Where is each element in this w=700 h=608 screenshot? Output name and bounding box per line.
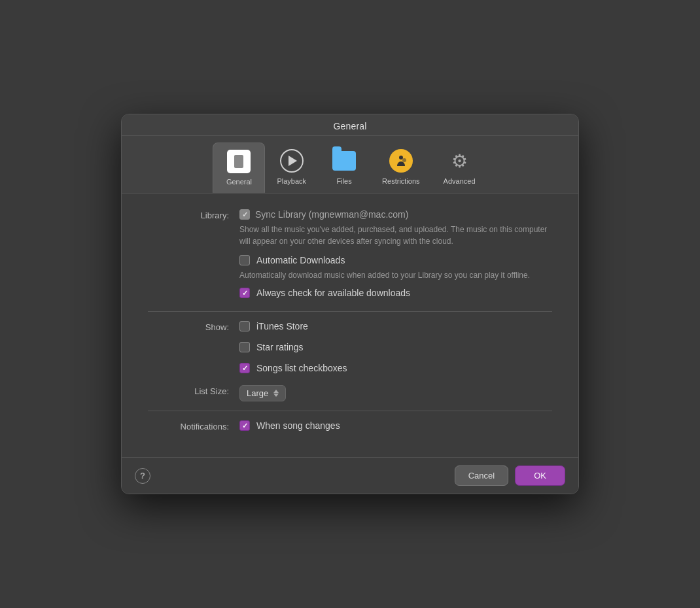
general-dialog: General General Playback Files [121,114,579,494]
always-check-controls: Always check for available downloads [239,288,552,302]
files-icon [332,151,356,171]
list-size-control: Large [239,385,552,401]
advanced-icon-wrapper: ⚙ [446,148,472,174]
auto-downloads-checkbox-row: Automatic Downloads [239,255,552,265]
show-controls: iTunes Store [239,321,552,335]
sync-library-row: Sync Library (mgnewman@mac.com) [239,209,552,220]
tab-restrictions[interactable]: Restrictions [370,143,431,193]
general-icon-wrapper [226,148,252,175]
tab-restrictions-label: Restrictions [382,177,419,185]
svg-point-1 [402,158,406,162]
separator-1 [148,311,552,312]
toolbar: General Playback Files [122,136,578,194]
itunes-store-checkbox[interactable] [239,321,250,331]
advanced-icon: ⚙ [447,149,471,173]
dialog-title: General [122,121,578,131]
general-icon [227,150,251,173]
itunes-store-row: iTunes Store [239,321,552,331]
star-ratings-label[interactable]: Star ratings [256,342,304,352]
when-song-changes-label[interactable]: When song changes [256,420,340,431]
list-size-label: List Size: [148,385,239,396]
footer-buttons: Cancel OK [455,465,565,486]
auto-downloads-row: Automatic Downloads Automatically downlo… [148,255,552,281]
tab-general[interactable]: General [213,143,265,193]
cancel-button[interactable]: Cancel [455,465,508,486]
stepper-arrows [273,390,279,397]
sync-library-label: Sync Library (mgnewman@mac.com) [255,209,408,220]
tab-playback-label: Playback [277,177,306,185]
list-size-select[interactable]: Large [239,385,286,401]
auto-downloads-description: Automatically download music when added … [239,269,552,281]
list-size-row: List Size: Large [148,385,552,401]
auto-downloads-spacer [148,255,239,256]
tab-general-label: General [226,178,252,186]
tab-files[interactable]: Files [318,143,370,193]
footer: ? Cancel OK [122,457,578,494]
always-check-checkbox-row: Always check for available downloads [239,288,552,298]
restrictions-icon [389,149,413,173]
always-check-checkbox[interactable] [239,288,250,298]
notifications-control: When song changes [239,420,552,435]
when-song-changes-checkbox[interactable] [239,420,250,431]
library-description: Show all the music you've added, purchas… [239,224,552,247]
arrow-down-icon[interactable] [273,394,279,397]
arrow-up-icon[interactable] [273,390,279,393]
show-star-ratings-row: Star ratings [148,342,552,356]
songs-list-checkbox[interactable] [239,363,250,373]
auto-downloads-checkbox[interactable] [239,255,250,265]
restrictions-icon-wrapper [388,148,414,174]
files-icon-wrapper [331,148,357,174]
sync-library-checkbox[interactable] [239,209,250,220]
always-check-label[interactable]: Always check for available downloads [256,288,410,298]
always-check-row: Always check for available downloads [148,288,552,302]
songs-list-row: Songs list checkboxes [239,363,552,373]
help-button[interactable]: ? [135,468,150,484]
itunes-store-label[interactable]: iTunes Store [256,321,308,331]
content-area: Library: Sync Library (mgnewman@mac.com)… [122,194,578,457]
when-song-changes-row: When song changes [239,420,552,431]
auto-downloads-controls: Automatic Downloads Automatically downlo… [239,255,552,281]
tab-advanced[interactable]: ⚙ Advanced [432,143,487,193]
library-row: Library: Sync Library (mgnewman@mac.com)… [148,209,552,247]
title-bar: General [122,114,578,136]
tab-advanced-label: Advanced [444,177,476,185]
library-label: Library: [148,209,239,220]
library-controls: Sync Library (mgnewman@mac.com) Show all… [239,209,552,247]
show-itunes-row: Show: iTunes Store [148,321,552,335]
notifications-row: Notifications: When song changes [148,420,552,435]
tab-playback[interactable]: Playback [265,143,318,193]
star-ratings-checkbox[interactable] [239,342,250,352]
separator-2 [148,411,552,411]
show-songs-list-row: Songs list checkboxes [148,363,552,377]
notifications-label: Notifications: [148,420,239,431]
tab-files-label: Files [336,177,351,185]
auto-downloads-label[interactable]: Automatic Downloads [256,255,345,265]
songs-list-label[interactable]: Songs list checkboxes [256,363,347,373]
playback-icon-wrapper [279,148,305,174]
always-check-spacer [148,288,239,289]
playback-icon [280,149,304,173]
svg-point-0 [399,156,403,160]
star-ratings-row: Star ratings [239,342,552,352]
list-size-value: Large [247,388,268,398]
show-label: Show: [148,321,239,332]
ok-button[interactable]: OK [515,465,565,486]
